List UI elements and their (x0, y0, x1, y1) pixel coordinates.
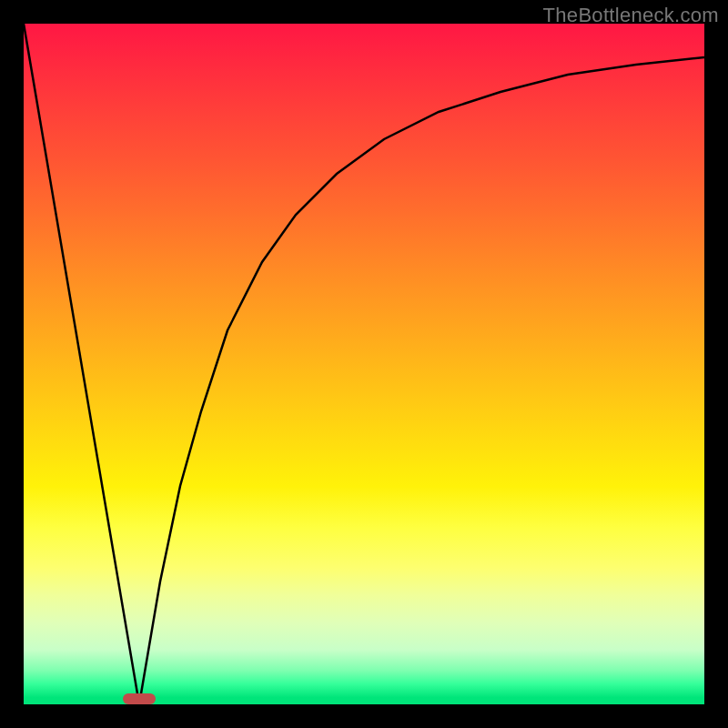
curve-left-leg (24, 24, 139, 704)
curve-right-leg (139, 57, 704, 704)
bottleneck-curve (24, 24, 704, 704)
chart-frame: TheBottleneck.com (0, 0, 728, 728)
